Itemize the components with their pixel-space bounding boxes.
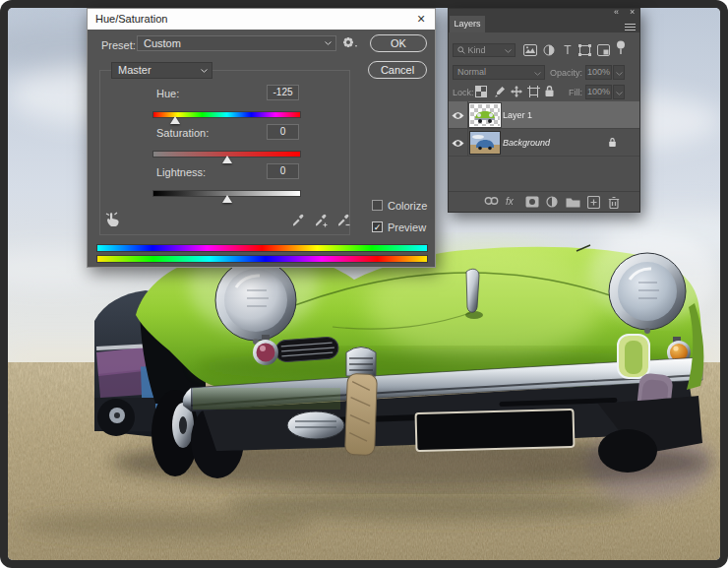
channel-dropdown[interactable]: Master [111, 62, 212, 79]
eyedropper-minus-icon[interactable] [335, 213, 350, 227]
add-layer-mask-icon[interactable] [525, 196, 539, 209]
panel-bottom-toolbar: fx [449, 191, 639, 212]
hue-label: Hue: [156, 88, 179, 99]
check-icon: ✓ [374, 222, 382, 232]
new-layer-icon[interactable] [587, 196, 601, 209]
dialog-body: Preset: Custom OK Cancel Master [88, 30, 435, 267]
layer-row-background[interactable]: Background [449, 129, 639, 157]
filter-pin-toggle-icon[interactable] [616, 40, 626, 58]
lock-transparency-icon[interactable] [475, 86, 487, 99]
preview-checkbox[interactable]: ✓ [372, 221, 383, 232]
fill-stepper[interactable] [613, 85, 625, 99]
eyedropper-icon[interactable] [290, 213, 305, 227]
filter-adjustment-layers-icon[interactable] [543, 44, 555, 58]
layer-thumbnail[interactable] [470, 104, 500, 126]
layer-name[interactable]: Layer 1 [503, 110, 532, 120]
saturation-label: Saturation: [156, 127, 209, 139]
new-group-folder-icon[interactable] [566, 196, 579, 209]
filter-shape-layers-icon[interactable] [578, 44, 591, 58]
ok-button[interactable]: OK [370, 34, 427, 52]
close-icon[interactable]: × [413, 10, 429, 28]
colorize-checkbox[interactable] [372, 200, 383, 211]
opacity-field[interactable]: 100% [585, 65, 612, 80]
lock-pixels-brush-icon[interactable] [494, 86, 506, 99]
layer-name[interactable]: Background [503, 138, 550, 148]
delete-layer-trash-icon[interactable] [608, 196, 622, 209]
lightness-value-field[interactable]: 0 [267, 163, 299, 179]
opacity-stepper[interactable] [613, 65, 625, 80]
svg-text:T: T [564, 43, 572, 56]
eye-icon [452, 111, 464, 120]
preset-dropdown[interactable]: Custom [137, 35, 336, 51]
preset-label: Preset: [101, 39, 136, 51]
layer-lock-badge-icon [608, 137, 617, 150]
lightness-slider-thumb[interactable] [222, 195, 232, 203]
visibility-toggle[interactable] [449, 101, 468, 128]
layer-row-layer1[interactable]: Layer 1 [449, 101, 639, 129]
blend-mode-dropdown[interactable]: Normal [453, 65, 545, 80]
adjusted-hue-spectrum-bar [96, 255, 428, 263]
search-icon [457, 46, 465, 54]
fill-label: Fill: [569, 88, 582, 97]
lightness-label: Lightness: [156, 166, 206, 178]
dialog-titlebar[interactable]: Hue/Saturation × [88, 9, 435, 31]
app-frame: Hue/Saturation × Preset: Custom OK Cance… [0, 0, 728, 568]
link-layers-icon[interactable] [484, 196, 498, 209]
reference-hue-spectrum-bar [96, 244, 428, 252]
dialog-title: Hue/Saturation [95, 13, 167, 25]
chevron-down-icon [505, 49, 512, 53]
on-image-adjust-hand-icon[interactable] [104, 211, 122, 228]
layers-panel: « × Layers Kind T [448, 8, 640, 213]
chevron-down-icon [325, 41, 332, 45]
visibility-toggle[interactable] [449, 129, 468, 156]
collapse-panel-icon[interactable]: « [614, 8, 619, 17]
saturation-slider-thumb[interactable] [222, 156, 232, 163]
hue-value-field[interactable]: -125 [267, 85, 299, 100]
opacity-label: Opacity: [550, 68, 582, 78]
panel-menu-icon[interactable] [625, 22, 636, 30]
tab-layers[interactable]: Layers [450, 16, 485, 32]
preset-options-gear-icon[interactable] [342, 36, 359, 50]
panel-header: « × Layers [449, 9, 639, 32]
layer-style-fx-icon[interactable]: fx [506, 195, 519, 208]
hue-saturation-dialog: Hue/Saturation × Preset: Custom OK Cance… [87, 8, 436, 268]
filter-pixel-layers-icon[interactable] [523, 44, 537, 58]
saturation-value-field[interactable]: 0 [267, 124, 299, 140]
lock-artboard-icon[interactable] [527, 86, 540, 99]
new-adjustment-layer-icon[interactable] [546, 196, 560, 209]
close-panel-icon[interactable]: × [630, 8, 635, 17]
fill-field[interactable]: 100% [585, 85, 612, 99]
chevron-down-icon [201, 69, 208, 73]
hue-slider-thumb[interactable] [170, 116, 180, 124]
chevron-down-icon [534, 72, 541, 76]
filter-kind-dropdown[interactable]: Kind [453, 43, 516, 57]
eye-icon [452, 139, 464, 148]
layer-thumbnail[interactable] [470, 132, 500, 154]
lock-label: Lock: [453, 88, 474, 97]
eyedropper-plus-icon[interactable] [313, 213, 328, 227]
colorize-label: Colorize [388, 200, 427, 212]
preview-label: Preview [388, 221, 426, 233]
filter-type-layers-icon[interactable]: T [562, 43, 574, 58]
cancel-button[interactable]: Cancel [368, 61, 427, 79]
filter-smart-objects-icon[interactable] [597, 44, 610, 58]
lock-all-icon[interactable] [544, 85, 555, 99]
lock-position-move-icon[interactable] [511, 86, 522, 99]
